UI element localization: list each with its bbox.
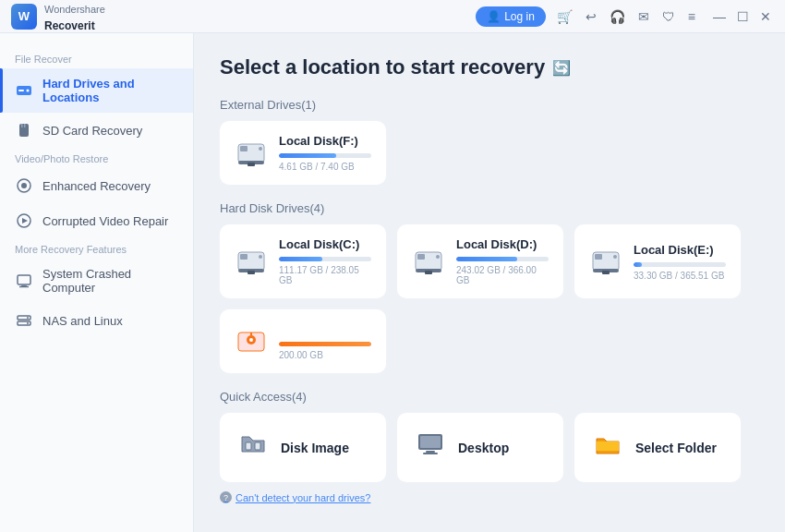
svg-rect-18 bbox=[240, 146, 248, 151]
shield-icon[interactable]: 🛡 bbox=[660, 7, 677, 26]
cant-detect-question-icon: ? bbox=[220, 491, 232, 503]
sd-card-icon bbox=[15, 121, 33, 139]
window-controls: — ☐ ✕ bbox=[710, 9, 774, 24]
drive-size-d: 243.02 GB / 366.00 GB bbox=[456, 265, 549, 285]
svg-point-34 bbox=[613, 255, 617, 259]
progress-fill-e bbox=[634, 262, 642, 267]
svg-rect-28 bbox=[417, 254, 425, 260]
drive-card-d[interactable]: Local Disk(D:) 243.02 GB / 366.00 GB bbox=[397, 224, 563, 298]
corrupted-video-icon bbox=[15, 212, 33, 230]
svg-point-24 bbox=[259, 255, 262, 259]
drive-info-e: Local Disk(E:) 33.30 GB / 365.51 GB bbox=[634, 243, 726, 281]
cant-detect-link[interactable]: ? Can't detect your hard drives? bbox=[220, 491, 759, 503]
external-drives-row: Local Disk(F:) 4.61 GB / 7.40 GB bbox=[220, 121, 759, 185]
svg-rect-42 bbox=[255, 442, 260, 450]
drive-icon-4 bbox=[235, 325, 268, 358]
drive-icon-c bbox=[235, 245, 268, 278]
progress-fill-d bbox=[456, 257, 517, 261]
svg-rect-31 bbox=[425, 271, 432, 274]
login-button[interactable]: 👤 Log in bbox=[476, 6, 546, 27]
qa-card-desktop[interactable]: Desktop bbox=[397, 413, 563, 482]
svg-point-19 bbox=[259, 147, 262, 151]
drive-name-e: Local Disk(E:) bbox=[634, 243, 726, 257]
drive-name-c: Local Disk(C:) bbox=[279, 237, 371, 251]
svg-rect-46 bbox=[423, 453, 438, 454]
sidebar-item-enhanced-recovery[interactable]: Enhanced Recovery bbox=[0, 168, 193, 203]
sidebar-item-corrupted-video[interactable]: Corrupted Video Repair bbox=[0, 203, 193, 238]
drive-info-c: Local Disk(C:) 111.17 GB / 238.05 GB bbox=[279, 237, 371, 285]
system-crashed-icon bbox=[15, 272, 33, 290]
drive-size-e: 33.30 GB / 365.51 GB bbox=[634, 271, 726, 281]
title-bar-right: 👤 Log in 🛒 ↩ 🎧 ✉ 🛡 ≡ — ☐ ✕ bbox=[476, 6, 774, 27]
menu-icon[interactable]: ≡ bbox=[686, 7, 697, 26]
drive-name-f: Local Disk(F:) bbox=[279, 134, 371, 148]
qa-label-disk-image: Disk Image bbox=[281, 441, 349, 455]
sidebar-label-system-crashed: System Crashed Computer bbox=[42, 267, 178, 295]
qa-card-disk-image[interactable]: Disk Image bbox=[220, 413, 386, 482]
qa-label-select-folder: Select Folder bbox=[635, 441, 717, 455]
external-drives-section: External Drives(1) Local Disk(F:) 4.61 G… bbox=[220, 98, 759, 185]
mail-icon[interactable]: ✉ bbox=[636, 7, 651, 26]
page-header: Select a location to start recovery 🔄 bbox=[220, 55, 759, 79]
sidebar-label-hard-drives: Hard Drives and Locations bbox=[42, 77, 178, 104]
drive-size-4: 200.00 GB bbox=[279, 350, 371, 360]
qa-card-select-folder[interactable]: Select Folder bbox=[574, 413, 741, 482]
drive-card-e[interactable]: Local Disk(E:) 33.30 GB / 365.51 GB bbox=[574, 224, 741, 298]
svg-rect-26 bbox=[248, 271, 255, 274]
minimize-button[interactable]: — bbox=[710, 9, 729, 24]
drive-card-c[interactable]: Local Disk(C:) 111.17 GB / 238.05 GB bbox=[220, 224, 386, 298]
drive-icon-d bbox=[412, 245, 445, 278]
sidebar: File Recover Hard Drives and Locations S… bbox=[0, 33, 194, 532]
svg-marker-9 bbox=[22, 218, 28, 224]
svg-point-15 bbox=[27, 317, 29, 319]
hard-disk-drives-row-2: ‌ 200.00 GB bbox=[220, 309, 759, 373]
section-label-video-photo: Video/Photo Restore bbox=[0, 148, 193, 168]
drive-card-f[interactable]: Local Disk(F:) 4.61 GB / 7.40 GB bbox=[220, 121, 386, 185]
sidebar-item-system-crashed[interactable]: System Crashed Computer bbox=[0, 259, 193, 303]
progress-fill-4 bbox=[279, 342, 371, 346]
svg-point-7 bbox=[21, 183, 27, 188]
close-button[interactable]: ✕ bbox=[757, 9, 774, 24]
refresh-icon[interactable]: 🔄 bbox=[552, 59, 571, 77]
drive-name-4: ‌ bbox=[279, 322, 371, 336]
progress-bar-e bbox=[634, 262, 726, 267]
svg-point-16 bbox=[27, 322, 29, 324]
drive-info-f: Local Disk(F:) 4.61 GB / 7.40 GB bbox=[279, 134, 371, 172]
arrow-icon[interactable]: ↩ bbox=[584, 7, 598, 26]
sidebar-label-corrupted-video: Corrupted Video Repair bbox=[42, 214, 168, 228]
svg-rect-41 bbox=[246, 442, 251, 450]
svg-rect-4 bbox=[21, 124, 23, 127]
app-logo: W bbox=[11, 4, 37, 30]
progress-bar-d bbox=[456, 257, 549, 261]
progress-bar-4 bbox=[279, 342, 371, 346]
svg-rect-21 bbox=[248, 163, 255, 166]
svg-rect-36 bbox=[602, 271, 610, 274]
svg-point-29 bbox=[436, 255, 440, 259]
section-label-more-recovery: More Recovery Features bbox=[0, 238, 193, 259]
hard-disk-drives-label: Hard Disk Drives(4) bbox=[220, 201, 759, 215]
progress-fill-c bbox=[279, 257, 322, 261]
svg-rect-5 bbox=[24, 124, 26, 127]
drive-card-4[interactable]: ‌ 200.00 GB bbox=[220, 309, 386, 373]
disk-image-icon bbox=[238, 429, 268, 466]
sidebar-item-nas-linux[interactable]: NAS and Linux bbox=[0, 303, 193, 338]
external-drives-label: External Drives(1) bbox=[220, 98, 759, 112]
app-brand: Wondershare Recoverit bbox=[44, 0, 105, 33]
section-label-file-recover: File Recover bbox=[0, 48, 193, 68]
drive-icon-e bbox=[589, 245, 622, 278]
sidebar-label-enhanced-recovery: Enhanced Recovery bbox=[42, 179, 151, 193]
sidebar-label-sd-card: SD Card Recovery bbox=[42, 124, 142, 138]
maximize-button[interactable]: ☐ bbox=[734, 9, 752, 24]
quick-access-row: Disk Image Desktop Select Folder bbox=[220, 413, 759, 482]
svg-point-1 bbox=[27, 90, 30, 92]
svg-rect-45 bbox=[426, 451, 435, 453]
cart-icon[interactable]: 🛒 bbox=[555, 7, 574, 26]
drive-size-c: 111.17 GB / 238.05 GB bbox=[279, 265, 371, 285]
title-bar-left: W Wondershare Recoverit bbox=[11, 0, 105, 33]
progress-fill-f bbox=[279, 153, 336, 158]
sidebar-item-sd-card[interactable]: SD Card Recovery bbox=[0, 113, 193, 148]
headset-icon[interactable]: 🎧 bbox=[608, 7, 627, 26]
svg-rect-10 bbox=[18, 275, 30, 284]
progress-bar-f bbox=[279, 153, 371, 158]
sidebar-item-hard-drives[interactable]: Hard Drives and Locations bbox=[0, 68, 193, 113]
